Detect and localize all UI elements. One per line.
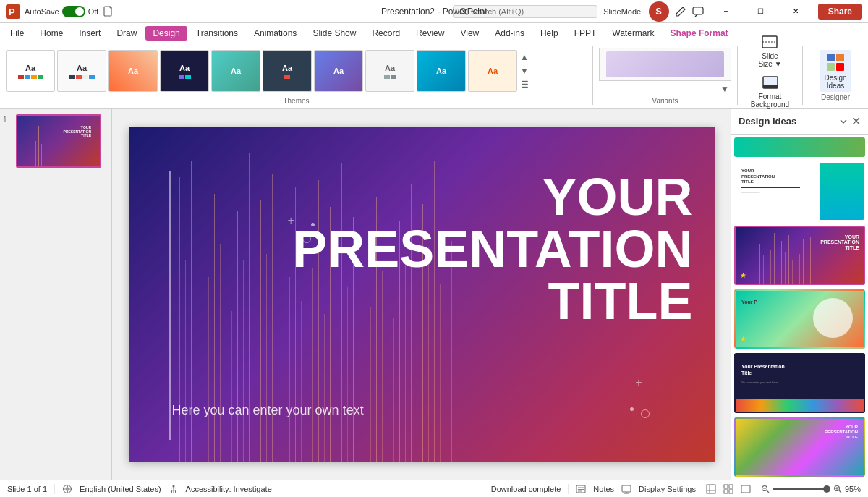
zoom-slider-thumb[interactable] <box>823 485 830 493</box>
notes-label[interactable]: Notes <box>593 485 614 493</box>
zoom-in-icon[interactable] <box>833 485 842 493</box>
design-card-4[interactable]: Your PresentationTitle You can enter you… <box>734 353 865 412</box>
design-card-3-title: Your P <box>741 300 757 305</box>
zoom-level[interactable]: 95% <box>845 485 861 493</box>
design-card-4-title: Your PresentationTitle <box>741 363 785 376</box>
menu-view[interactable]: View <box>453 26 486 41</box>
menu-draw[interactable]: Draw <box>109 26 144 41</box>
window-title: Presentation2 - PowerPoint <box>381 7 487 17</box>
themes-more[interactable]: ☰ <box>519 78 529 91</box>
normal-view-button[interactable] <box>703 483 719 496</box>
theme-item-8[interactable]: Aa <box>365 50 414 92</box>
slide-thumbnail[interactable]: YOURPRESENTATIONTITLE Here you can enter… <box>16 114 101 168</box>
maximize-button[interactable]: ☐ <box>744 0 778 23</box>
themes-scroll-up[interactable]: ▲ <box>519 51 529 64</box>
display-settings-icon[interactable] <box>621 484 631 494</box>
design-card-2[interactable]: YOURPRESENTATIONTITLE ★ <box>734 226 865 285</box>
svg-rect-32 <box>741 485 750 493</box>
slide-panel: 1 YOURPRESENTATIONTITLE Here you can ent… <box>0 109 112 480</box>
design-card-1[interactable]: YOUR PRESENTATION TITLE ───────── <box>734 161 865 221</box>
design-card-4-subtitle: You can enter your text here <box>741 381 778 384</box>
svg-rect-22 <box>622 485 631 492</box>
theme-item-5[interactable]: Aa <box>211 50 260 92</box>
menu-fppt[interactable]: FPPT <box>567 26 604 41</box>
slide-canvas[interactable]: YOURPRESENTATIONTITLE Here you can enter… <box>129 127 715 462</box>
language-label[interactable]: English (United States) <box>80 485 161 493</box>
canvas-area[interactable]: YOURPRESENTATIONTITLE Here you can enter… <box>112 109 731 480</box>
variants-area <box>599 48 731 81</box>
title-bar-right: SlideModel S − ☐ ✕ Share <box>603 0 862 23</box>
ribbon: Aa Aa Aa A <box>0 43 868 109</box>
menu-animations[interactable]: Animations <box>247 26 304 41</box>
design-card-top-partial[interactable] <box>734 137 865 157</box>
main-content: 1 YOURPRESENTATIONTITLE Here you can ent… <box>0 109 868 480</box>
menu-addins[interactable]: Add-ins <box>488 26 532 41</box>
reading-view-button[interactable] <box>738 483 754 496</box>
slide-subtitle[interactable]: Here you can enter your own text <box>172 403 364 418</box>
circle-decoration-1 <box>302 234 311 243</box>
view-buttons <box>703 483 754 496</box>
zoom-out-icon[interactable] <box>761 485 770 493</box>
svg-rect-10 <box>827 54 835 61</box>
svg-point-16 <box>172 485 174 487</box>
user-avatar[interactable]: S <box>649 1 669 22</box>
theme-item-1[interactable]: Aa <box>6 50 55 92</box>
svg-rect-28 <box>724 485 728 488</box>
autosave-label: AutoSave <box>25 7 59 16</box>
minimize-button[interactable]: − <box>710 0 743 23</box>
zoom-slider-track[interactable] <box>773 488 830 490</box>
menu-watermark[interactable]: Watermark <box>605 26 661 41</box>
comment-icon[interactable] <box>692 6 704 17</box>
design-card-5-title: YOUR PRESENTATION TITLE <box>825 425 858 441</box>
slide-size-button[interactable]: SlideSize ▼ <box>754 31 786 70</box>
menu-bar: File Home Insert Draw Design Transitions… <box>0 23 868 43</box>
theme-item-3[interactable]: Aa <box>109 50 158 92</box>
download-status: Download complete <box>491 485 561 493</box>
design-card-1-title: YOUR PRESENTATION TITLE <box>741 169 814 184</box>
accessibility-label[interactable]: Accessibility: Investigate <box>186 485 272 493</box>
design-card-1-left: YOUR PRESENTATION TITLE ───────── <box>736 163 820 219</box>
notes-icon[interactable] <box>576 484 586 494</box>
menu-record[interactable]: Record <box>365 26 407 41</box>
design-panel-collapse-icon[interactable] <box>838 116 848 127</box>
variants-scroll[interactable]: ▼ <box>720 82 730 95</box>
menu-design[interactable]: Design <box>145 26 187 41</box>
ribbon-customize-section: SlideSize ▼ FormatBackground Customize <box>738 46 803 105</box>
language-icon <box>62 484 72 494</box>
theme-item-10[interactable]: Aa <box>468 50 517 92</box>
close-button[interactable]: ✕ <box>779 0 812 23</box>
theme-item-7[interactable]: Aa <box>314 50 363 92</box>
themes-scroll-down[interactable]: ▼ <box>519 64 529 77</box>
svg-rect-30 <box>724 490 728 493</box>
design-card-1-accent <box>820 163 864 219</box>
design-card-5[interactable]: YOUR PRESENTATION TITLE <box>734 417 865 477</box>
pen-icon[interactable] <box>675 6 686 17</box>
menu-shape-format[interactable]: Shape Format <box>663 26 736 41</box>
menu-review[interactable]: Review <box>409 26 451 41</box>
design-ideas-button[interactable]: DesignIdeas <box>820 50 851 92</box>
plus-decoration-1: + <box>288 214 294 227</box>
menu-home[interactable]: Home <box>33 26 70 41</box>
theme-item-4[interactable]: Aa <box>160 50 209 92</box>
share-button[interactable]: Share <box>818 4 862 20</box>
menu-transitions[interactable]: Transitions <box>189 26 245 41</box>
menu-slideshow[interactable]: Slide Show <box>305 26 363 41</box>
slide-number: 1 <box>3 114 13 124</box>
design-panel-close-button[interactable]: ✕ <box>851 114 861 128</box>
menu-file[interactable]: File <box>3 26 31 41</box>
grid-view-button[interactable] <box>720 483 736 496</box>
menu-insert[interactable]: Insert <box>72 26 108 41</box>
designer-label: Designer <box>821 93 850 101</box>
format-background-label: FormatBackground <box>751 93 789 109</box>
theme-item-9[interactable]: Aa <box>417 50 466 92</box>
format-background-button[interactable]: FormatBackground <box>746 72 793 111</box>
autosave-toggle: AutoSave Off <box>25 6 98 17</box>
slide-title[interactable]: YOURPRESENTATIONTITLE <box>292 171 692 327</box>
display-settings-label[interactable]: Display Settings <box>639 485 696 493</box>
slide-size-label: SlideSize ▼ <box>758 52 781 68</box>
theme-item-6[interactable]: Aa <box>263 50 312 92</box>
design-card-3[interactable]: Your P ★ <box>734 289 865 349</box>
menu-help[interactable]: Help <box>533 26 566 41</box>
autosave-toggle-switch[interactable] <box>62 6 85 17</box>
theme-item-2[interactable]: Aa <box>57 50 106 92</box>
